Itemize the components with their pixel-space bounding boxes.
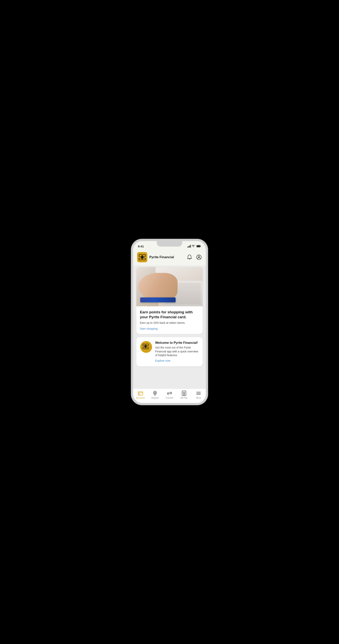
more-icon (196, 391, 201, 396)
start-shopping-link[interactable]: Start shopping (140, 327, 158, 330)
svg-rect-12 (143, 347, 145, 349)
status-time: 9:41 (138, 245, 144, 248)
svg-rect-14 (145, 345, 147, 347)
brand-name: Pyrite Financial (149, 255, 174, 259)
status-icons (187, 245, 201, 248)
welcome-icon (140, 341, 152, 353)
deposit-label: Deposit (151, 396, 159, 399)
signal-icon (187, 245, 191, 248)
welcome-card: Welcome to Pyrite Financial! Get the mos… (136, 337, 203, 366)
nav-item-billpay[interactable]: Bill Pay (177, 391, 191, 399)
welcome-title: Welcome to Pyrite Financial! (155, 341, 199, 344)
promo-headline: Earn points for shopping with your Pyrit… (140, 310, 199, 320)
svg-point-0 (193, 247, 194, 248)
notification-button[interactable] (187, 254, 192, 260)
svg-rect-7 (141, 256, 143, 258)
nav-item-accounts[interactable]: Accounts (133, 391, 148, 399)
phone-notch (157, 241, 182, 246)
header-actions (187, 254, 202, 260)
welcome-text: Welcome to Pyrite Financial! Get the mos… (155, 341, 199, 362)
hand-decoration (138, 273, 178, 300)
wifi-icon (192, 245, 195, 248)
promo-text-area: Earn points for shopping with your Pyrit… (136, 306, 203, 334)
svg-rect-2 (197, 246, 200, 247)
promo-subtext: Earn up to 10% back at select stores. (140, 321, 199, 325)
app-header: Pyrite Financial (133, 250, 206, 266)
explore-now-link[interactable]: Explore now (155, 359, 170, 362)
battery-icon (196, 245, 201, 248)
nav-item-deposit[interactable]: Deposit (148, 391, 162, 399)
promo-image (136, 267, 203, 306)
transfer-label: Transfer (166, 396, 174, 399)
nav-item-more[interactable]: More (191, 391, 206, 399)
svg-point-9 (198, 256, 200, 258)
svg-point-19 (154, 392, 156, 393)
svg-rect-13 (146, 347, 148, 349)
accounts-icon (138, 391, 143, 396)
bottom-nav: Accounts Deposit Transfer (133, 388, 206, 403)
more-label: More (196, 396, 201, 399)
nav-item-transfer[interactable]: Transfer (162, 391, 177, 399)
promo-card: Earn points for shopping with your Pyrit… (136, 267, 203, 334)
main-content: Earn points for shopping with your Pyrit… (133, 266, 206, 388)
billpay-icon (181, 391, 187, 396)
brand-logo (137, 252, 147, 262)
brand-area: Pyrite Financial (137, 252, 174, 262)
welcome-description: Get the most out of the Pyrite Financial… (155, 346, 199, 357)
svg-rect-15 (138, 392, 143, 395)
billpay-label: Bill Pay (180, 396, 188, 399)
phone-frame: 9:41 (131, 239, 208, 405)
deposit-icon (152, 391, 158, 396)
profile-button[interactable] (196, 254, 202, 260)
accounts-label: Accounts (136, 396, 145, 399)
transfer-icon (167, 391, 172, 396)
